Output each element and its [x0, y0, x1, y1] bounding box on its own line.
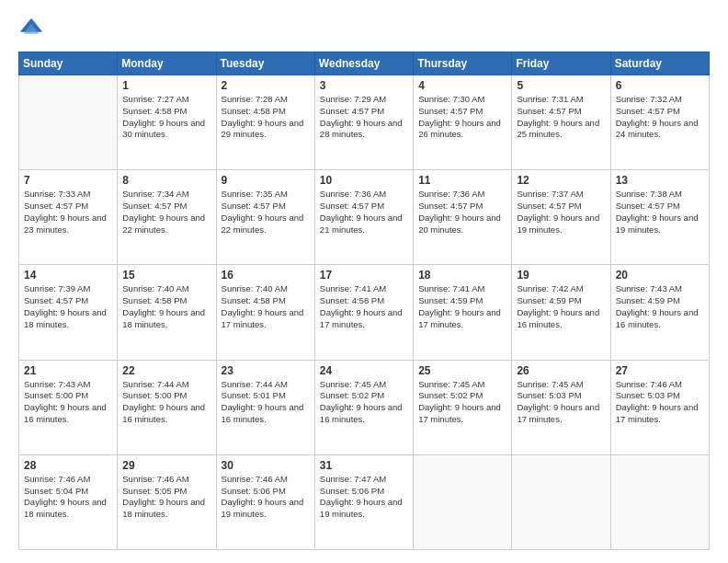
calendar-cell: 29Sunrise: 7:46 AM Sunset: 5:05 PM Dayli… [118, 454, 216, 549]
calendar-cell [610, 454, 709, 549]
cell-info: Sunrise: 7:36 AM Sunset: 4:57 PM Dayligh… [320, 189, 408, 236]
calendar-cell: 22Sunrise: 7:44 AM Sunset: 5:00 PM Dayli… [118, 360, 216, 454]
day-number: 2 [222, 79, 310, 92]
calendar-week-row: 7Sunrise: 7:33 AM Sunset: 4:57 PM Daylig… [19, 170, 710, 265]
cell-info: Sunrise: 7:41 AM Sunset: 4:58 PM Dayligh… [320, 283, 408, 330]
calendar-cell: 15Sunrise: 7:40 AM Sunset: 4:58 PM Dayli… [118, 265, 216, 360]
calendar-cell: 24Sunrise: 7:45 AM Sunset: 5:02 PM Dayli… [314, 360, 413, 454]
cell-info: Sunrise: 7:30 AM Sunset: 4:57 PM Dayligh… [418, 94, 506, 141]
cell-info: Sunrise: 7:40 AM Sunset: 4:58 PM Dayligh… [222, 283, 310, 330]
calendar-cell: 25Sunrise: 7:45 AM Sunset: 5:02 PM Dayli… [414, 360, 512, 454]
day-number: 22 [122, 364, 210, 377]
cell-info: Sunrise: 7:44 AM Sunset: 5:00 PM Dayligh… [122, 379, 210, 426]
page: SundayMondayTuesdayWednesdayThursdayFrid… [0, 0, 728, 563]
calendar-cell: 7Sunrise: 7:33 AM Sunset: 4:57 PM Daylig… [19, 170, 118, 265]
day-header-thursday: Thursday [414, 52, 512, 75]
calendar-cell: 6Sunrise: 7:32 AM Sunset: 4:57 PM Daylig… [610, 75, 709, 170]
day-number: 31 [320, 459, 408, 472]
day-number: 29 [122, 459, 210, 472]
calendar-cell: 11Sunrise: 7:36 AM Sunset: 4:57 PM Dayli… [414, 170, 512, 265]
day-number: 12 [517, 174, 605, 187]
calendar-cell: 30Sunrise: 7:46 AM Sunset: 5:06 PM Dayli… [216, 454, 314, 549]
cell-info: Sunrise: 7:46 AM Sunset: 5:05 PM Dayligh… [122, 474, 210, 521]
day-number: 25 [418, 364, 506, 377]
day-number: 17 [320, 269, 408, 282]
cell-info: Sunrise: 7:37 AM Sunset: 4:57 PM Dayligh… [517, 189, 605, 236]
cell-info: Sunrise: 7:41 AM Sunset: 4:59 PM Dayligh… [418, 283, 506, 330]
cell-info: Sunrise: 7:36 AM Sunset: 4:57 PM Dayligh… [418, 189, 506, 236]
day-number: 30 [222, 459, 310, 472]
day-header-saturday: Saturday [610, 52, 709, 75]
cell-info: Sunrise: 7:44 AM Sunset: 5:01 PM Dayligh… [222, 379, 310, 426]
calendar-cell: 1Sunrise: 7:27 AM Sunset: 4:58 PM Daylig… [118, 75, 216, 170]
calendar-week-row: 14Sunrise: 7:39 AM Sunset: 4:57 PM Dayli… [19, 265, 710, 360]
cell-info: Sunrise: 7:47 AM Sunset: 5:06 PM Dayligh… [320, 474, 408, 521]
day-number: 3 [320, 79, 408, 92]
calendar-cell: 8Sunrise: 7:34 AM Sunset: 4:57 PM Daylig… [118, 170, 216, 265]
cell-info: Sunrise: 7:33 AM Sunset: 4:57 PM Dayligh… [24, 189, 112, 236]
calendar-cell: 31Sunrise: 7:47 AM Sunset: 5:06 PM Dayli… [314, 454, 413, 549]
cell-info: Sunrise: 7:40 AM Sunset: 4:58 PM Dayligh… [122, 283, 210, 330]
calendar-cell: 23Sunrise: 7:44 AM Sunset: 5:01 PM Dayli… [216, 360, 314, 454]
calendar-week-row: 28Sunrise: 7:46 AM Sunset: 5:04 PM Dayli… [19, 454, 710, 549]
calendar-cell [512, 454, 610, 549]
calendar-cell: 13Sunrise: 7:38 AM Sunset: 4:57 PM Dayli… [610, 170, 709, 265]
cell-info: Sunrise: 7:46 AM Sunset: 5:04 PM Dayligh… [24, 474, 112, 521]
calendar-cell [19, 75, 118, 170]
day-number: 9 [222, 174, 310, 187]
day-number: 23 [222, 364, 310, 377]
calendar-cell: 16Sunrise: 7:40 AM Sunset: 4:58 PM Dayli… [216, 265, 314, 360]
calendar-cell: 10Sunrise: 7:36 AM Sunset: 4:57 PM Dayli… [314, 170, 413, 265]
day-header-tuesday: Tuesday [216, 52, 314, 75]
day-number: 27 [616, 364, 704, 377]
day-header-sunday: Sunday [19, 52, 118, 75]
calendar-cell: 17Sunrise: 7:41 AM Sunset: 4:58 PM Dayli… [314, 265, 413, 360]
calendar-week-row: 1Sunrise: 7:27 AM Sunset: 4:58 PM Daylig… [19, 75, 710, 170]
day-number: 4 [418, 79, 506, 92]
calendar-cell: 20Sunrise: 7:43 AM Sunset: 4:59 PM Dayli… [610, 265, 709, 360]
calendar-cell: 21Sunrise: 7:43 AM Sunset: 5:00 PM Dayli… [19, 360, 118, 454]
calendar-cell: 28Sunrise: 7:46 AM Sunset: 5:04 PM Dayli… [19, 454, 118, 549]
cell-info: Sunrise: 7:43 AM Sunset: 5:00 PM Dayligh… [24, 379, 112, 426]
day-number: 19 [517, 269, 605, 282]
cell-info: Sunrise: 7:39 AM Sunset: 4:57 PM Dayligh… [24, 283, 112, 330]
cell-info: Sunrise: 7:28 AM Sunset: 4:58 PM Dayligh… [222, 94, 310, 141]
day-number: 26 [517, 364, 605, 377]
cell-info: Sunrise: 7:27 AM Sunset: 4:58 PM Dayligh… [122, 94, 210, 141]
day-header-wednesday: Wednesday [314, 52, 413, 75]
cell-info: Sunrise: 7:38 AM Sunset: 4:57 PM Dayligh… [616, 189, 704, 236]
cell-info: Sunrise: 7:45 AM Sunset: 5:02 PM Dayligh… [320, 379, 408, 426]
calendar-table: SundayMondayTuesdayWednesdayThursdayFrid… [18, 52, 710, 550]
cell-info: Sunrise: 7:42 AM Sunset: 4:59 PM Dayligh… [517, 283, 605, 330]
day-header-friday: Friday [512, 52, 610, 75]
calendar-cell: 18Sunrise: 7:41 AM Sunset: 4:59 PM Dayli… [414, 265, 512, 360]
cell-info: Sunrise: 7:32 AM Sunset: 4:57 PM Dayligh… [616, 94, 704, 141]
calendar-cell: 2Sunrise: 7:28 AM Sunset: 4:58 PM Daylig… [216, 75, 314, 170]
calendar-cell: 3Sunrise: 7:29 AM Sunset: 4:57 PM Daylig… [314, 75, 413, 170]
day-number: 13 [616, 174, 704, 187]
day-number: 16 [222, 269, 310, 282]
day-number: 10 [320, 174, 408, 187]
day-number: 6 [616, 79, 704, 92]
cell-info: Sunrise: 7:31 AM Sunset: 4:57 PM Dayligh… [517, 94, 605, 141]
calendar-week-row: 21Sunrise: 7:43 AM Sunset: 5:00 PM Dayli… [19, 360, 710, 454]
calendar-cell: 27Sunrise: 7:46 AM Sunset: 5:03 PM Dayli… [610, 360, 709, 454]
cell-info: Sunrise: 7:29 AM Sunset: 4:57 PM Dayligh… [320, 94, 408, 141]
calendar-cell: 9Sunrise: 7:35 AM Sunset: 4:57 PM Daylig… [216, 170, 314, 265]
cell-info: Sunrise: 7:35 AM Sunset: 4:57 PM Dayligh… [222, 189, 310, 236]
day-number: 21 [24, 364, 112, 377]
logo [18, 17, 50, 42]
day-number: 24 [320, 364, 408, 377]
calendar-cell: 12Sunrise: 7:37 AM Sunset: 4:57 PM Dayli… [512, 170, 610, 265]
day-number: 18 [418, 269, 506, 282]
header [18, 17, 710, 42]
day-number: 8 [122, 174, 210, 187]
day-number: 5 [517, 79, 605, 92]
cell-info: Sunrise: 7:46 AM Sunset: 5:03 PM Dayligh… [616, 379, 704, 426]
day-number: 1 [122, 79, 210, 92]
logo-icon [18, 17, 44, 42]
calendar-cell: 26Sunrise: 7:45 AM Sunset: 5:03 PM Dayli… [512, 360, 610, 454]
day-number: 7 [24, 174, 112, 187]
calendar-header-row: SundayMondayTuesdayWednesdayThursdayFrid… [19, 52, 710, 75]
day-number: 20 [616, 269, 704, 282]
